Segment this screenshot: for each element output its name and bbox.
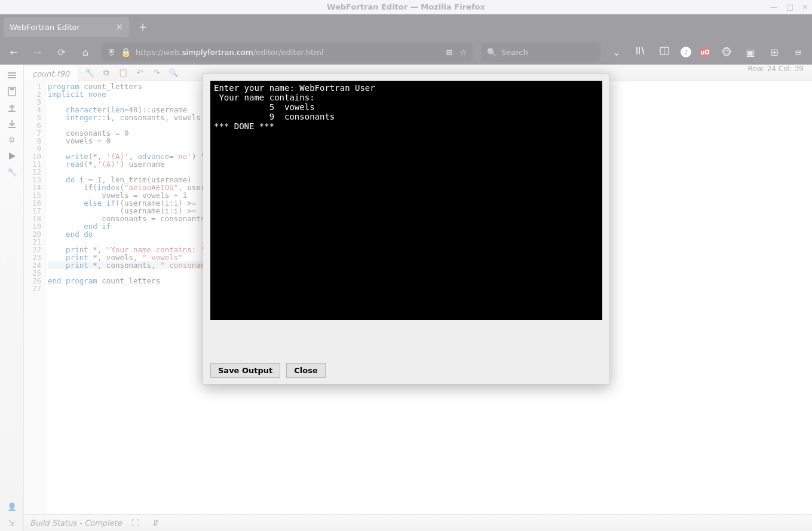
output-modal: Enter your name: WebFortran User Your na…	[203, 73, 610, 384]
save-output-button[interactable]: Save Output	[210, 363, 280, 378]
close-modal-button[interactable]: Close	[286, 363, 325, 378]
terminal-output[interactable]: Enter your name: WebFortran User Your na…	[210, 81, 602, 320]
